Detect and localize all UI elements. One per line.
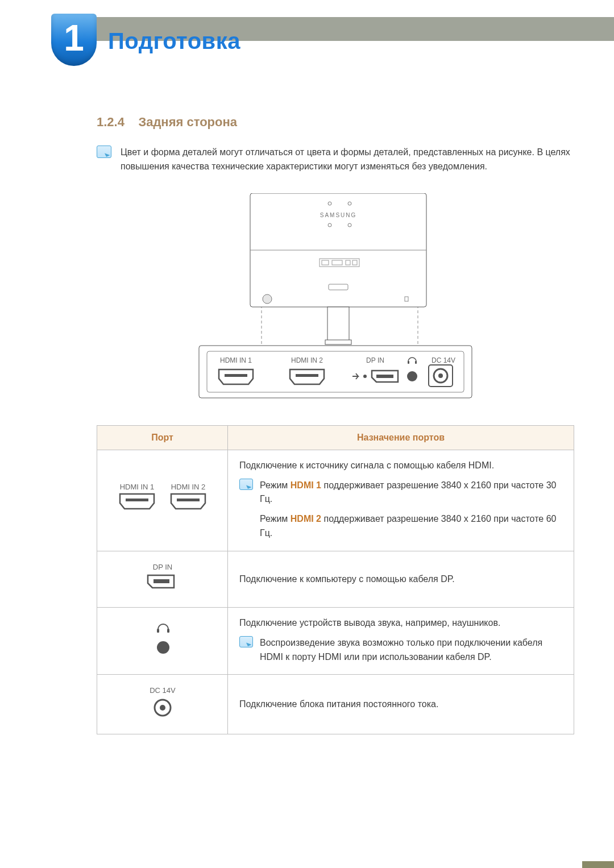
chapter-number-badge: 1 — [51, 14, 97, 66]
svg-rect-19 — [415, 361, 417, 364]
strip-label-dp: DP IN — [366, 356, 384, 364]
strip-label-hdmi2: HDMI IN 2 — [291, 356, 323, 364]
svg-text:HDMI IN 1: HDMI IN 1 — [119, 483, 154, 491]
svg-rect-14 — [327, 307, 349, 341]
strip-label-hdmi1: HDMI IN 1 — [220, 356, 252, 364]
note-icon — [97, 146, 111, 158]
table-row: Подключение устройств вывода звука, напр… — [97, 607, 574, 675]
header-band: 1 Подготовка — [0, 17, 614, 64]
svg-text:DC 14V: DC 14V — [150, 686, 176, 695]
svg-rect-34 — [167, 629, 169, 633]
svg-rect-21 — [296, 374, 318, 377]
jack-icon — [407, 371, 417, 381]
footer-page-number: 25 — [582, 861, 614, 868]
hdmi-pair-icon: HDMI IN 1 HDMI IN 2 — [111, 481, 214, 517]
table-row: DC 14V Подключение блока питания постоян… — [97, 675, 574, 734]
table-row: HDMI IN 1 HDMI IN 2 — [97, 450, 574, 551]
audio-desc: Подключение устройств вывода звука, напр… — [239, 618, 562, 628]
ports-table: Порт Назначение портов HDMI IN 1 HDMI IN… — [97, 425, 574, 735]
dp-desc: Подключение к компьютеру с помощью кабел… — [228, 551, 574, 607]
chapter-title: Подготовка — [108, 28, 240, 54]
svg-point-35 — [157, 641, 169, 654]
dc-cell-icon: DC 14V — [146, 685, 180, 721]
dc-desc: Подключение блока питания постоянного то… — [228, 675, 574, 734]
brand-label: SAMSUNG — [320, 212, 357, 218]
svg-rect-32 — [154, 579, 169, 583]
hdmi2-port-icon — [290, 369, 324, 384]
svg-rect-20 — [225, 374, 247, 377]
section-title: Задняя сторона — [138, 115, 237, 129]
svg-point-38 — [160, 705, 165, 711]
hdmi1-port-icon — [219, 369, 253, 384]
svg-text:DP IN: DP IN — [152, 563, 172, 571]
dp-cell-icon: DP IN — [134, 562, 191, 595]
svg-point-22 — [363, 375, 367, 378]
headphone-cell-icon — [146, 620, 180, 660]
note-icon — [239, 636, 253, 647]
svg-rect-33 — [157, 629, 159, 633]
svg-point-12 — [263, 294, 272, 304]
svg-rect-30 — [177, 499, 200, 501]
hdmi-desc: Подключение к источнику сигнала с помощь… — [239, 460, 562, 471]
svg-rect-23 — [376, 375, 393, 378]
audio-note: Воспроизведение звука возможно только пр… — [239, 636, 562, 665]
ports-header-desc: Назначение портов — [228, 425, 574, 450]
rear-view-figure: SAMSUNG — [193, 193, 478, 404]
svg-rect-18 — [408, 361, 409, 364]
svg-point-26 — [438, 373, 443, 378]
rear-view-svg: SAMSUNG — [193, 193, 478, 404]
info-note: Цвет и форма деталей могут отличаться от… — [97, 146, 574, 174]
footer-chapter-label: 1 Подготовка — [507, 861, 582, 868]
hdmi-note: Режим HDMI 1 поддерживает разрешение 384… — [239, 479, 562, 541]
ports-header-port: Порт — [97, 425, 228, 450]
footer: 1 Подготовка 25 — [0, 861, 614, 868]
table-row: DP IN Подключение к компьютеру с помощью… — [97, 551, 574, 607]
svg-rect-15 — [325, 340, 351, 344]
section-number: 1.2.4 — [97, 115, 125, 129]
note-icon — [239, 479, 253, 490]
note-text: Цвет и форма деталей могут отличаться от… — [121, 146, 574, 174]
svg-text:HDMI IN 2: HDMI IN 2 — [171, 483, 205, 491]
svg-rect-29 — [126, 499, 148, 501]
strip-label-dc: DC 14V — [432, 356, 455, 364]
section-heading: 1.2.4 Задняя сторона — [97, 115, 574, 130]
